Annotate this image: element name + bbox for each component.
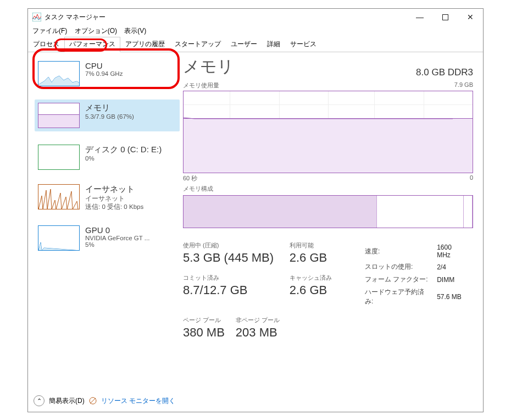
sidebar-item-memory[interactable]: メモリ 5.3/7.9 GB (67%) [35,100,180,131]
in-use-value: 5.3 GB (445 MB) [183,251,274,265]
ethernet-sub2: 送信: 0 受信: 0 Kbps [85,203,143,211]
tab-startup[interactable]: スタートアップ [170,37,226,52]
paged-label: ページ プール [183,316,225,324]
slots-value: 2/4 [437,261,472,273]
speed-value: 1600 MHz [437,242,472,260]
tab-details[interactable]: 詳細 [262,37,285,52]
tab-services[interactable]: サービス [285,37,321,52]
task-manager-window: タスク マネージャー — ✕ ファイル(F) オプション(O) 表示(V) プロ… [27,8,484,412]
disk-thumbnail-graph [38,145,80,170]
tab-performance[interactable]: パフォーマンス [64,37,120,52]
memory-total: 8.0 GB DDR3 [416,67,473,78]
svg-line-5 [90,398,96,404]
titlebar[interactable]: タスク マネージャー — ✕ [28,9,483,25]
paged-value: 380 MB [183,325,225,340]
composition-label: メモリ構成 [183,185,213,193]
svg-marker-2 [38,76,80,86]
gpu-thumbnail-graph [38,225,80,251]
in-use-label: 使用中 (圧縮) [183,241,274,250]
gpu-title: GPU 0 [85,225,149,235]
fewer-details-link[interactable]: 簡易表示(D) [49,396,85,406]
main-panel: メモリ 8.0 GB DDR3 メモリ使用量 7.9 GB 60 秒 0 [180,52,483,399]
tabstrip: プロセス パフォーマンス アプリの履歴 スタートアップ ユーザー 詳細 サービス [28,37,483,52]
ethernet-sub: イーサネット [85,195,143,203]
reserved-label: ハードウェア予約済み: [365,286,436,307]
form-label: フォーム ファクター: [365,274,436,285]
cached-value: 2.6 GB [290,283,348,297]
cached-label: キャッシュ済み [290,274,348,282]
ethernet-thumbnail-graph [38,184,80,209]
memory-thumbnail-graph [38,103,80,128]
disk-sub: 0% [85,155,162,162]
memory-usage-chart [183,91,473,173]
window-title: タスク マネージャー [45,13,407,22]
app-icon [32,13,41,21]
resmon-icon [89,397,97,405]
x-axis-right: 0 [470,174,473,183]
sidebar-item-ethernet[interactable]: イーサネット イーサネット 送信: 0 受信: 0 Kbps [35,181,180,214]
menu-options[interactable]: オプション(O) [75,26,117,36]
cpu-thumbnail-graph [38,61,80,86]
usage-chart-label: メモリ使用量 [183,81,219,90]
x-axis-left: 60 秒 [183,174,197,183]
memory-title: メモリ [85,103,134,113]
sidebar: CPU 7% 0.94 GHz メモリ 5.3/7.9 GB (67%) [28,52,180,399]
close-button[interactable]: ✕ [458,9,483,25]
open-resource-monitor-link[interactable]: リソース モニターを開く [101,396,175,406]
nonpaged-value: 203 MB [236,325,280,340]
memory-details-table: 速度:1600 MHz スロットの使用:2/4 フォーム ファクター:DIMM … [364,241,473,308]
gpu-sub: NVIDIA GeForce GT ... [85,235,149,241]
nonpaged-label: 非ページ プール [236,316,280,324]
reserved-value: 57.6 MB [437,286,472,307]
committed-label: コミット済み [183,274,274,282]
menu-file[interactable]: ファイル(F) [32,26,67,36]
memory-composition-chart [183,195,473,228]
committed-value: 8.7/12.7 GB [183,283,274,297]
tab-app-history[interactable]: アプリの履歴 [120,37,170,52]
fewer-details-icon[interactable]: ⌃ [34,395,45,406]
sidebar-item-gpu[interactable]: GPU 0 NVIDIA GeForce GT ... 5% [35,222,180,254]
menu-view[interactable]: 表示(V) [124,26,146,36]
cpu-sub: 7% 0.94 GHz [85,70,123,77]
minimize-button[interactable]: — [407,9,432,25]
form-value: DIMM [437,274,472,285]
usage-chart-max: 7.9 GB [454,81,473,90]
speed-label: 速度: [365,242,436,260]
svg-marker-3 [38,242,80,251]
tab-processes[interactable]: プロセス [28,37,64,52]
footer: ⌃ 簡易表示(D) リソース モニターを開く [34,395,175,406]
cpu-title: CPU [85,61,123,70]
main-title: メモリ [183,56,234,78]
menubar: ファイル(F) オプション(O) 表示(V) [28,25,483,37]
tab-users[interactable]: ユーザー [226,37,262,52]
sidebar-item-cpu[interactable]: CPU 7% 0.94 GHz [35,58,180,90]
maximize-button[interactable] [432,9,458,25]
ethernet-title: イーサネット [85,184,143,195]
sidebar-item-disk[interactable]: ディスク 0 (C: D: E:) 0% [35,141,180,173]
disk-title: ディスク 0 (C: D: E:) [85,145,162,155]
available-value: 2.6 GB [290,251,348,265]
svg-rect-1 [442,14,448,20]
gpu-sub2: 5% [85,241,149,248]
memory-sub: 5.3/7.9 GB (67%) [85,113,134,120]
available-label: 利用可能 [290,241,348,250]
slots-label: スロットの使用: [365,261,436,273]
